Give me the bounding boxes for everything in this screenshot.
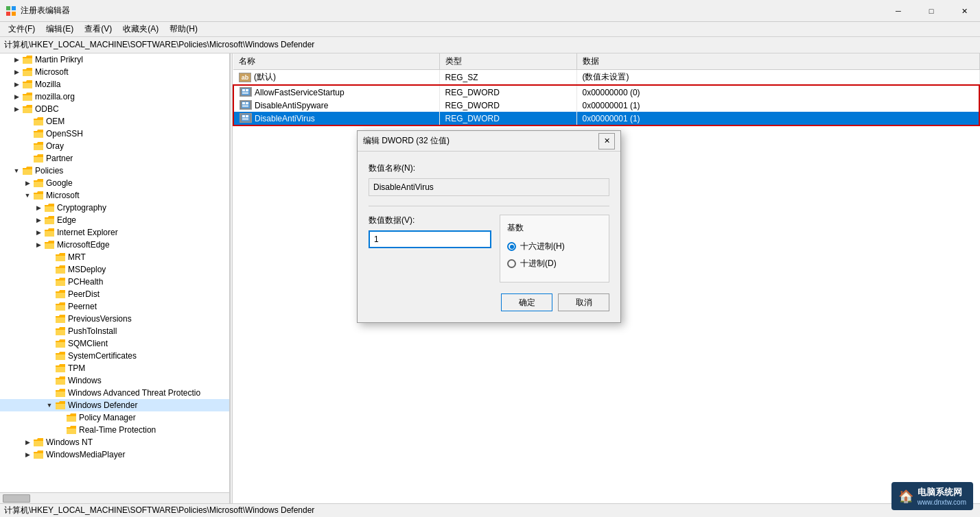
col-type: 类型 [439,53,576,70]
tree-item-systemcertificates[interactable]: ▶ SystemCertificates [0,350,229,362]
arrow-microsoftedge: ▶ [33,239,44,250]
tree-item-peernet[interactable]: ▶ Peernet [0,300,229,313]
tree-label-mrt: MRT [68,252,86,262]
tree-item-windows-defender[interactable]: ▼ Windows Defender [0,399,229,411]
svg-rect-2 [6,12,10,16]
tree-item-peerdist[interactable]: ▶ PeerDist [0,288,229,300]
tree-item-msdeploy[interactable]: ▶ MSDeploy [0,263,229,276]
menu-view[interactable]: 查看(V) [79,22,117,36]
menu-favorites[interactable]: 收藏夹(A) [117,22,164,36]
col-name: 名称 [233,53,439,70]
registry-row-disable_antivirus[interactable]: DisableAntiVirus REG_DWORD 0x00000001 (1… [233,112,979,125]
tree-item-oray[interactable]: ▶ Oray [0,140,229,152]
address-bar: 计算机\HKEY_LOCAL_MACHINE\SOFTWARE\Policies… [0,37,980,53]
tree-item-policies[interactable]: ▼ Policies [0,165,229,177]
folder-icon-peerdist [55,289,66,300]
svg-rect-6 [246,89,248,91]
radio-hex-label: 十六进制(H) [520,241,565,252]
tree-label-previousversions: PreviousVersions [68,314,132,324]
tree-label-pushtoinstall: PushToInstall [68,326,117,336]
value-input[interactable] [369,230,491,248]
folder-icon-oem [33,116,44,127]
tree-item-mozillaorg[interactable]: ▶ mozilla.org [0,91,229,103]
tree-label-wmp: WindowsMediaPlayer [46,450,125,459]
minimize-button[interactable]: ─ [883,0,914,22]
cell-data: (数值未设置) [576,70,979,86]
tree-item-microsoft-root[interactable]: ▶ Microsoft [0,66,229,78]
cell-name: AllowFastServiceStartup [233,85,439,99]
radio-dec-label: 十进制(D) [520,258,557,269]
tree-item-google[interactable]: ▶ Google [0,177,229,189]
radio-hex[interactable]: 十六进制(H) [507,241,602,252]
cancel-button[interactable]: 取消 [558,293,609,311]
tree-item-edge[interactable]: ▶ Edge [0,214,229,226]
tree-label-real-time-protection: Real-Time Protection [79,425,156,435]
tree-item-tpm[interactable]: ▶ TPM [0,362,229,374]
folder-icon-edge [44,215,55,226]
svg-rect-17 [242,118,248,119]
folder-icon-odbc [22,104,33,115]
tree-item-martin[interactable]: ▶ Martin Prikryl [0,53,229,66]
menu-help[interactable]: 帮助(H) [164,22,203,36]
tree-item-microsoft-policies[interactable]: ▼ Microsoft [0,189,229,202]
name-input[interactable] [369,178,609,196]
status-text: 计算机\HKEY_LOCAL_MACHINE\SOFTWARE\Policies… [4,505,314,516]
dialog-buttons: 确定 取消 [369,293,609,311]
tree-label-microsoft-root: Microsoft [35,67,69,77]
cell-name: DisableAntiVirus [233,112,439,125]
tree-item-odbc[interactable]: ▶ ODBC [0,103,229,115]
folder-icon-cryptography [44,202,55,213]
tree-item-partner[interactable]: ▶ Partner [0,152,229,165]
base-label: 基数 [507,222,602,234]
tree-label-martin: Martin Prikryl [35,55,83,64]
folder-icon-openssh [33,128,44,139]
tree-label-oray: Oray [46,141,64,151]
menu-file[interactable]: 文件(F) [3,22,40,36]
tree-item-pushtoinstall[interactable]: ▶ PushToInstall [0,325,229,337]
tree-item-policy-manager[interactable]: ▶ Policy Manager [0,411,229,424]
registry-row-default[interactable]: ab(默认) REG_SZ (数值未设置) [233,70,979,86]
tree-item-pchealth[interactable]: ▶ PCHealth [0,276,229,288]
menu-edit[interactable]: 编辑(E) [40,22,79,36]
value-input-container [369,230,491,248]
address-text: 计算机\HKEY_LOCAL_MACHINE\SOFTWARE\Policies… [4,39,314,51]
tree-item-openssh[interactable]: ▶ OpenSSH [0,128,229,140]
close-button[interactable]: ✕ [948,0,980,22]
watermark-site: 电脑系统网 [918,486,966,498]
tree-item-windows-nt[interactable]: ▶ Windows NT [0,436,229,448]
dialog-close-button[interactable]: ✕ [598,133,615,149]
tree-label-microsoftedge: MicrosoftEdge [57,240,110,250]
registry-row-disable_antispyware[interactable]: DisableAntiSpyware REG_DWORD 0x00000001 … [233,99,979,112]
tree-item-sqmclient[interactable]: ▶ SQMClient [0,337,229,350]
svg-rect-10 [242,102,245,104]
ok-button[interactable]: 确定 [501,293,552,311]
tree-item-real-time-protection[interactable]: ▶ Real-Time Protection [0,424,229,436]
tree-item-wmp[interactable]: ▶ WindowsMediaPlayer [0,448,229,461]
radio-hex-circle [507,242,516,251]
tree-item-microsoftedge[interactable]: ▶ MicrosoftEdge [0,239,229,251]
tree-item-windows[interactable]: ▶ Windows [0,374,229,387]
value-label: 数值数据(V): [369,215,491,226]
tree-label-peerdist: PeerDist [68,289,100,299]
tree-label-windows: Windows [68,376,102,385]
maximize-button[interactable]: □ [915,0,947,22]
tree-item-watp[interactable]: ▶ Windows Advanced Threat Protectio [0,387,229,399]
tree-item-previousversions[interactable]: ▶ PreviousVersions [0,313,229,325]
arrow-policies: ▼ [11,165,22,176]
tree-item-mrt[interactable]: ▶ MRT [0,251,229,263]
tree-item-ie[interactable]: ▶ Internet Explorer [0,226,229,239]
radio-dec[interactable]: 十进制(D) [507,258,602,269]
folder-icon-windows [55,375,66,386]
folder-icon-previousversions [55,313,66,324]
tree-scroll[interactable]: ▶ Martin Prikryl ▶ Microsoft ▶ [0,53,229,503]
tree-label-cryptography: Cryptography [57,203,106,213]
tree-label-ie: Internet Explorer [57,228,118,237]
svg-rect-12 [242,105,248,106]
status-bar: 计算机\HKEY_LOCAL_MACHINE\SOFTWARE\Policies… [0,503,980,517]
tree-item-oem[interactable]: ▶ OEM [0,115,229,128]
tree-label-systemcertificates: SystemCertificates [68,351,137,361]
edit-dword-dialog: 编辑 DWORD (32 位值) ✕ 数值名称(N): 数值数据(V): 基数 [357,130,621,323]
registry-row-allowfast[interactable]: AllowFastServiceStartup REG_DWORD 0x0000… [233,85,979,99]
tree-item-mozilla[interactable]: ▶ Mozilla [0,78,229,91]
tree-item-cryptography[interactable]: ▶ Cryptography [0,202,229,214]
